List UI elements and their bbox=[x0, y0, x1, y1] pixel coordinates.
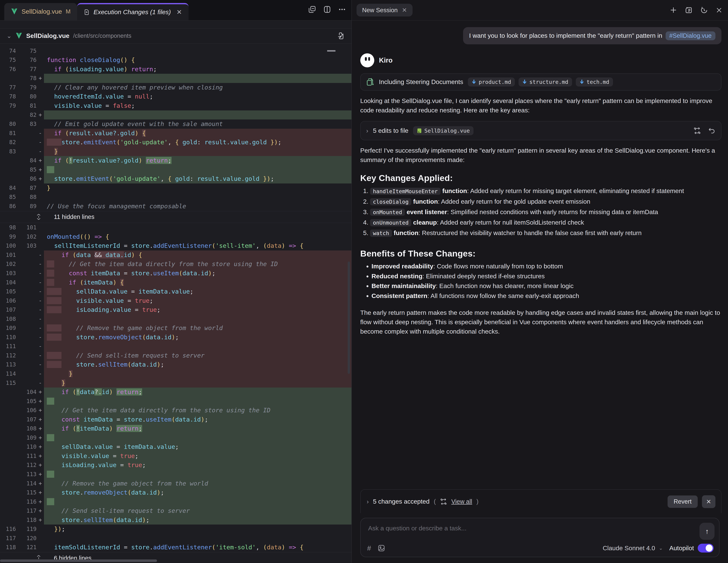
code-line: 118+ store.sellItem(data.id); bbox=[0, 515, 351, 525]
assistant-paragraph: Looking at the SellDialog.vue file, I ca… bbox=[360, 96, 721, 115]
edited-file-chip[interactable]: SellDialog.vue bbox=[413, 126, 474, 135]
file-mention-chip[interactable]: #SellDialog.vue bbox=[666, 31, 715, 40]
code-line: 104- if (itemData) { bbox=[0, 278, 351, 287]
old-line-number: 117 bbox=[0, 534, 16, 543]
view-diff-icon[interactable] bbox=[440, 498, 447, 505]
old-line-number: 103 bbox=[0, 269, 16, 278]
old-line-number: 118 bbox=[0, 543, 16, 552]
steering-doc-chip[interactable]: tech.md bbox=[576, 77, 613, 87]
code-text: store.emitEvent('gold-update', { gold: r… bbox=[44, 138, 351, 147]
hidden-lines-bar[interactable]: 11 hidden lines bbox=[0, 211, 351, 223]
chevron-down-icon[interactable]: ⌄ bbox=[7, 32, 12, 39]
new-line-number: 106 bbox=[16, 406, 37, 415]
steering-doc-chip[interactable]: product.md bbox=[468, 77, 515, 87]
chat-input[interactable]: Ask a question or describe a task... ↑ #… bbox=[360, 518, 720, 557]
old-line-number: 80 bbox=[0, 119, 16, 129]
code-text: store.emitEvent('gold-update', { gold: r… bbox=[44, 174, 351, 183]
old-line-number bbox=[0, 488, 16, 497]
user-message-text: I want you to look for places to impleme… bbox=[469, 32, 662, 39]
key-change-item: handleItemMouseEnter function: Added ear… bbox=[370, 188, 724, 195]
diff-marker: - bbox=[37, 360, 44, 369]
close-icon[interactable]: ✕ bbox=[402, 7, 407, 14]
new-line-number bbox=[16, 351, 37, 360]
go-to-file-icon[interactable] bbox=[337, 32, 345, 40]
attach-image-icon[interactable] bbox=[378, 544, 385, 552]
markdown-file-icon bbox=[472, 79, 476, 85]
old-line-number: 75 bbox=[0, 55, 16, 65]
close-icon[interactable]: ✕ bbox=[177, 8, 182, 16]
markdown-file-icon bbox=[522, 79, 527, 85]
diff-marker: + bbox=[37, 488, 44, 497]
view-diff-icon[interactable] bbox=[693, 127, 701, 134]
task-list-icon[interactable] bbox=[685, 6, 692, 14]
code-line: 7475 bbox=[0, 46, 351, 56]
unfold-icon[interactable] bbox=[36, 214, 42, 220]
autopilot-toggle[interactable] bbox=[698, 544, 714, 553]
steering-documents-box[interactable]: Including Steering Documents product.mds… bbox=[360, 73, 721, 91]
steering-doc-chip[interactable]: structure.md bbox=[519, 77, 572, 87]
code-line: 81- if (result.value?.gold) { bbox=[0, 129, 351, 138]
diff-marker bbox=[37, 183, 44, 193]
old-line-number: 85 bbox=[0, 193, 16, 202]
code-text: // Send sell-item request to server bbox=[44, 506, 351, 515]
autopilot-label: Autopilot bbox=[669, 545, 694, 552]
changes-accepted-bar: › 5 changes accepted ( View all ) Revert… bbox=[360, 489, 721, 513]
new-line-number bbox=[16, 269, 37, 278]
code-text: sellData.value = itemData.value; bbox=[44, 287, 351, 296]
diff-marker bbox=[37, 525, 44, 534]
close-panel-icon[interactable] bbox=[716, 7, 722, 13]
old-line-number: 109 bbox=[0, 324, 16, 333]
old-line-number: 74 bbox=[0, 46, 16, 56]
code-text: // Remove the game object from the world bbox=[44, 479, 351, 488]
new-session-icon[interactable] bbox=[670, 7, 677, 14]
diff-marker: - bbox=[37, 260, 44, 269]
diff-marker bbox=[37, 92, 44, 101]
view-all-link[interactable]: View all bbox=[451, 498, 472, 505]
session-tab[interactable]: New Session ✕ bbox=[357, 4, 413, 16]
old-line-number bbox=[0, 174, 16, 183]
tab-selldialog-vue[interactable]: SellDialog.vue M bbox=[4, 3, 77, 20]
context-mention-icon[interactable]: # bbox=[367, 544, 371, 552]
chevron-down-icon[interactable]: ⌄ bbox=[659, 545, 663, 551]
code-line: 109- // Remove the game object from the … bbox=[0, 324, 351, 333]
old-line-number: 106 bbox=[0, 296, 16, 305]
code-line: 105+ bbox=[0, 397, 351, 406]
code-text: // Emit gold update event with the sale … bbox=[44, 119, 351, 129]
code-line: 114- } bbox=[0, 369, 351, 378]
code-text: store.removeObject(data.id); bbox=[44, 488, 351, 497]
edits-to-file-box[interactable]: › 5 edits to file SellDialog.vue bbox=[360, 121, 721, 140]
diff-file-header[interactable]: ⌄ SellDialog.vue /client/src/components bbox=[0, 28, 351, 44]
diff-marker: - bbox=[37, 369, 44, 378]
code-line: 7576function closeDialog() { bbox=[0, 55, 351, 65]
chevron-right-icon[interactable]: › bbox=[366, 127, 368, 134]
diff-editor[interactable]: 74757576function closeDialog() {7677 if … bbox=[0, 44, 351, 563]
code-line: 114+ // Remove the game object from the … bbox=[0, 479, 351, 488]
dismiss-button[interactable]: ✕ bbox=[702, 495, 716, 508]
old-line-number: 99 bbox=[0, 232, 16, 241]
tab-execution-changes[interactable]: Execution Changes (1 files) ✕ bbox=[77, 3, 188, 20]
history-icon[interactable] bbox=[700, 6, 708, 14]
code-line: 116119 }); bbox=[0, 525, 351, 534]
split-editor-icon[interactable] bbox=[323, 6, 331, 13]
revert-button[interactable]: Revert bbox=[668, 495, 698, 508]
new-line-number: 88 bbox=[16, 193, 37, 202]
send-button[interactable]: ↑ bbox=[699, 523, 715, 540]
chevron-right-icon[interactable]: › bbox=[367, 498, 369, 505]
diff-marker bbox=[37, 101, 44, 110]
diff-marker: - bbox=[37, 342, 44, 351]
code-text: } bbox=[44, 378, 351, 388]
new-line-number: 114 bbox=[16, 479, 37, 488]
model-selector[interactable]: Claude Sonnet 4.0 bbox=[603, 545, 655, 552]
code-text: // Clear any hovered item preview when c… bbox=[44, 83, 351, 92]
diff-marker bbox=[37, 46, 44, 56]
vertical-scrollbar[interactable] bbox=[348, 261, 350, 374]
new-line-number: 119 bbox=[16, 525, 37, 534]
more-actions-icon[interactable] bbox=[338, 6, 346, 13]
code-text bbox=[44, 110, 351, 120]
undo-edits-icon[interactable] bbox=[708, 127, 715, 134]
horizontal-scrollbar[interactable] bbox=[0, 559, 157, 562]
old-line-number: 84 bbox=[0, 183, 16, 193]
editor-toolbar-strip bbox=[0, 21, 351, 28]
copy-editor-icon[interactable] bbox=[308, 6, 316, 13]
diff-marker bbox=[37, 241, 44, 250]
